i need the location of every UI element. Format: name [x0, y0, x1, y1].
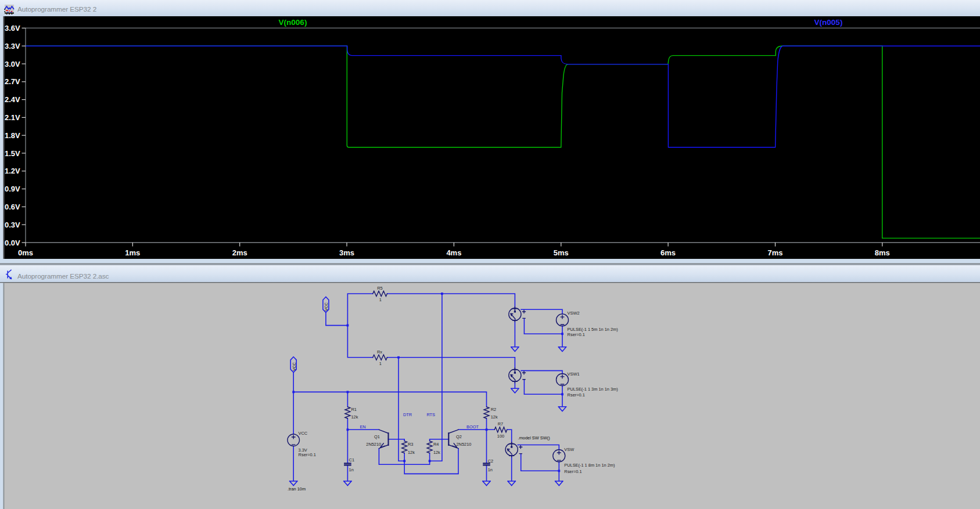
- svg-text:R5: R5: [377, 286, 382, 291]
- svg-text:1n: 1n: [349, 467, 354, 472]
- svg-text:Autoprogrammer ESP32 2.asc: Autoprogrammer ESP32 2.asc: [17, 272, 109, 280]
- svg-text:Rser=0.1: Rser=0.1: [568, 332, 585, 337]
- svg-text:7ms: 7ms: [767, 248, 782, 257]
- svg-text:1.5V: 1.5V: [5, 149, 20, 158]
- svg-text:Rser=0.1: Rser=0.1: [564, 469, 581, 474]
- svg-text:0ms: 0ms: [18, 248, 33, 257]
- svg-text:12k: 12k: [408, 450, 415, 455]
- svg-text:1ms: 1ms: [125, 248, 140, 257]
- svg-text:1.8V: 1.8V: [5, 131, 20, 140]
- svg-text:EN: EN: [360, 424, 365, 429]
- svg-text:RTS: RTS: [426, 412, 435, 417]
- svg-text:3.0V: 3.0V: [5, 60, 20, 68]
- svg-text:Rx: Rx: [377, 349, 382, 355]
- svg-text:C2: C2: [488, 459, 493, 464]
- svg-text:1: 1: [379, 361, 382, 366]
- svg-text:2ms: 2ms: [232, 248, 247, 257]
- svg-text:VSW2: VSW2: [568, 311, 580, 316]
- svg-text:Autoprogrammer ESP32 2: Autoprogrammer ESP32 2: [17, 5, 96, 13]
- svg-text:2N5210: 2N5210: [366, 442, 381, 447]
- svg-text:R7: R7: [498, 421, 503, 427]
- svg-text:PULSE(-1 1 3m 1n 1n 3m): PULSE(-1 1 3m 1n 1n 3m): [568, 387, 618, 392]
- svg-text:.model SW SW(): .model SW SW(): [518, 435, 550, 441]
- svg-text:Q2: Q2: [456, 434, 462, 439]
- svg-text:R1: R1: [351, 407, 357, 412]
- svg-text:Rser=0.1: Rser=0.1: [299, 452, 316, 457]
- svg-text:VCC: VCC: [299, 431, 308, 436]
- svg-text:R3: R3: [408, 442, 413, 447]
- svg-text:PULSE(-1 1 5m 1n 1n 2m): PULSE(-1 1 5m 1n 1n 2m): [568, 327, 618, 332]
- svg-text:R2: R2: [491, 407, 496, 412]
- svg-text:Rser=0.1: Rser=0.1: [568, 392, 585, 398]
- svg-text:0.3V: 0.3V: [5, 221, 20, 229]
- svg-text:4ms: 4ms: [446, 248, 461, 257]
- svg-text:2N5210: 2N5210: [457, 442, 472, 447]
- svg-text:1.2V: 1.2V: [5, 167, 20, 175]
- svg-text:0.6V: 0.6V: [5, 203, 20, 211]
- svg-text:Q1: Q1: [374, 434, 380, 439]
- svg-text:VCC: VCC: [324, 302, 328, 311]
- svg-text:2.1V: 2.1V: [5, 113, 20, 122]
- svg-text:0.0V: 0.0V: [5, 239, 20, 247]
- svg-text:VCC: VCC: [292, 362, 296, 371]
- svg-text:1: 1: [379, 297, 382, 302]
- svg-text:DTR: DTR: [403, 412, 412, 417]
- svg-text:12k: 12k: [433, 450, 440, 455]
- svg-text:PULSE(-1 1 8m 1n 1n 2m): PULSE(-1 1 8m 1n 1n 2m): [564, 463, 615, 468]
- svg-text:8ms: 8ms: [875, 248, 890, 257]
- svg-text:VSW1: VSW1: [568, 371, 580, 377]
- svg-text:C1: C1: [349, 457, 354, 463]
- svg-text:0.9V: 0.9V: [5, 185, 20, 193]
- svg-text:12k: 12k: [491, 414, 498, 420]
- svg-text:V(n005): V(n005): [814, 18, 843, 27]
- svg-text:1n: 1n: [488, 467, 493, 472]
- svg-text:100: 100: [497, 434, 504, 439]
- svg-text:3.3V: 3.3V: [5, 42, 20, 50]
- svg-text:VSW: VSW: [564, 447, 574, 452]
- svg-text:V(n006): V(n006): [279, 18, 307, 27]
- svg-text:BOOT: BOOT: [466, 424, 479, 429]
- svg-text:3.6V: 3.6V: [5, 24, 20, 33]
- svg-text:R4: R4: [433, 442, 439, 447]
- svg-text:5ms: 5ms: [554, 248, 569, 257]
- svg-text:2.4V: 2.4V: [5, 95, 20, 104]
- svg-text:3ms: 3ms: [339, 248, 354, 257]
- svg-text:2.7V: 2.7V: [5, 77, 20, 86]
- svg-text:.tran 10m: .tran 10m: [288, 486, 306, 492]
- svg-text:6ms: 6ms: [660, 248, 676, 257]
- svg-text:12k: 12k: [351, 414, 358, 420]
